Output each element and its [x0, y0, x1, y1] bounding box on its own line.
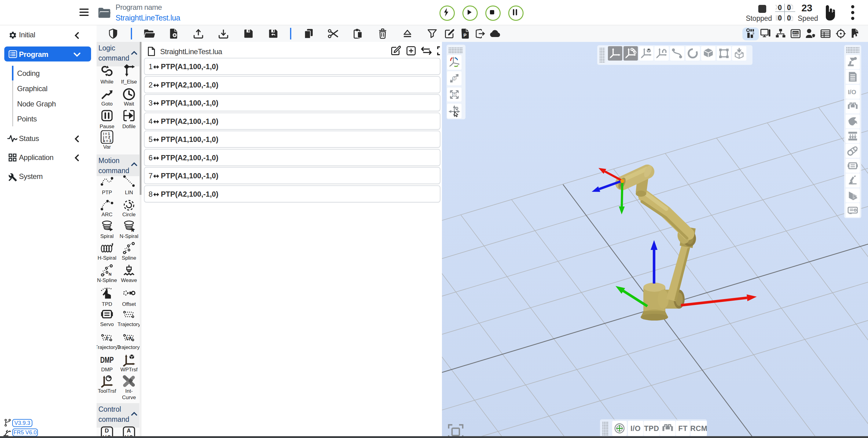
svg-text:s: s: [752, 31, 754, 35]
svg-text:N: N: [109, 272, 112, 276]
svg-text:A: A: [127, 427, 131, 434]
svg-text:P: P: [463, 32, 466, 38]
svg-text:LA: LA: [126, 336, 132, 341]
svg-text:DMP: DMP: [100, 355, 114, 364]
svg-text:RTU: RTU: [793, 31, 798, 34]
svg-text:N: N: [131, 228, 134, 232]
svg-text:D: D: [105, 427, 109, 434]
svg-text:k = 3: k = 3: [103, 139, 111, 143]
svg-text:J: J: [105, 335, 108, 341]
